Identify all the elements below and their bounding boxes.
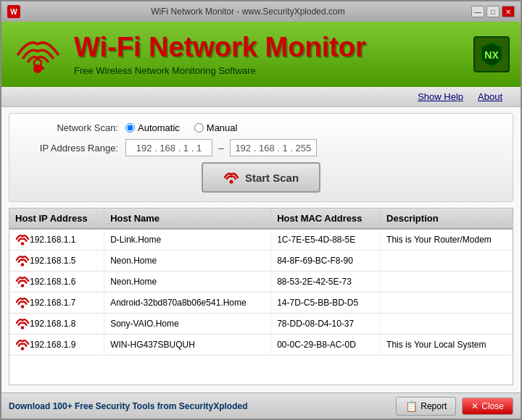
- table-row[interactable]: 192.168.1.7 Android-32bd870a8b06e541.Hom…: [9, 293, 513, 314]
- cell-ip: 192.168.1.9: [9, 335, 104, 356]
- manual-radio-option[interactable]: Manual: [194, 122, 238, 133]
- manual-radio[interactable]: [194, 123, 204, 133]
- cell-name: Neon.Home: [104, 251, 271, 272]
- cell-mac: 14-7D-C5-BB-BD-D5: [271, 293, 381, 314]
- cell-name: Sony-VAIO.Home: [104, 314, 271, 335]
- automatic-label: Automatic: [138, 122, 180, 133]
- cell-ip: 192.168.1.1: [9, 229, 104, 251]
- col-description: Description: [381, 209, 513, 229]
- automatic-radio-option[interactable]: Automatic: [125, 122, 180, 133]
- cell-mac: 88-53-2E-42-5E-73: [271, 272, 381, 293]
- maximize-button[interactable]: □: [486, 6, 500, 17]
- results-table-container: Host IP Address Host Name Host MAC Addre…: [9, 208, 513, 385]
- close-icon: ✕: [471, 401, 478, 411]
- cell-ip: 192.168.1.7: [9, 293, 104, 314]
- svg-point-6: [21, 263, 25, 266]
- report-label: Report: [420, 401, 447, 411]
- cell-name: Neon.Home: [104, 272, 271, 293]
- statusbar: Download 100+ Free Security Tools from S…: [1, 392, 521, 419]
- row-wifi-icon: [15, 253, 30, 268]
- cell-ip: 192.168.1.6: [9, 272, 104, 293]
- row-wifi-icon: [15, 295, 30, 310]
- close-button[interactable]: ✕: [502, 6, 515, 17]
- minimize-button[interactable]: —: [471, 6, 484, 17]
- cell-mac: 00-0C-29-B8-AC-0D: [271, 335, 381, 356]
- table-row[interactable]: 192.168.1.6 Neon.Home 88-53-2E-42-5E-73: [9, 272, 513, 293]
- svg-point-9: [21, 326, 25, 329]
- shield-icon: NX: [478, 41, 505, 67]
- svg-point-8: [21, 305, 25, 308]
- automatic-radio[interactable]: [125, 123, 135, 133]
- app-icon: W: [7, 5, 20, 18]
- cell-description: [381, 272, 513, 293]
- row-wifi-icon: [15, 337, 30, 352]
- cell-ip: 192.168.1.8: [9, 314, 104, 335]
- start-scan-label: Start Scan: [245, 172, 299, 184]
- close-status-button[interactable]: ✕ Close: [462, 398, 513, 415]
- svg-point-10: [21, 347, 25, 350]
- about-menu[interactable]: About: [471, 89, 510, 104]
- cell-mac: 78-DD-08-D4-10-37: [271, 314, 381, 335]
- ip-end-input[interactable]: [230, 139, 317, 156]
- results-table: Host IP Address Host Name Host MAC Addre…: [9, 209, 513, 356]
- close-label: Close: [481, 401, 504, 411]
- ip-start-input[interactable]: [125, 139, 212, 156]
- table-row[interactable]: 192.168.1.5 Neon.Home 84-8F-69-BC-F8-90: [9, 251, 513, 272]
- scan-wifi-icon: [223, 169, 239, 185]
- col-mac: Host MAC Address: [271, 209, 381, 229]
- main-content: Network Scan: Automatic Manual IP Addres…: [1, 107, 521, 392]
- window-controls: — □ ✕: [471, 6, 515, 17]
- window-title: WiFi Network Monitor - www.SecurityXplod…: [25, 7, 471, 17]
- cell-description: [381, 314, 513, 335]
- table-row[interactable]: 192.168.1.1 D-Link.Home 1C-7E-E5-4D-88-5…: [9, 229, 513, 251]
- menubar: Show Help About: [1, 87, 521, 107]
- table-row[interactable]: 192.168.1.9 WIN-HG437SBUQUH 00-0C-29-B8-…: [9, 335, 513, 356]
- table-header: Host IP Address Host Name Host MAC Addre…: [9, 209, 513, 229]
- ip-range-row: IP Address Range: –: [24, 139, 498, 156]
- cell-name: WIN-HG437SBUQUH: [104, 335, 271, 356]
- row-wifi-icon: [15, 274, 30, 289]
- shield-badge: NX: [473, 36, 510, 72]
- cell-name: Android-32bd870a8b06e541.Home: [104, 293, 271, 314]
- cell-name: D-Link.Home: [104, 229, 271, 251]
- cell-description: [381, 251, 513, 272]
- cell-mac: 84-8F-69-BC-F8-90: [271, 251, 381, 272]
- cell-description: [381, 293, 513, 314]
- svg-point-5: [21, 242, 25, 245]
- ip-separator: –: [218, 142, 224, 154]
- wifi-person-icon: [14, 31, 62, 78]
- svg-point-7: [21, 284, 25, 287]
- cell-description: This is Your Router/Modem: [381, 229, 513, 251]
- scan-controls-panel: Network Scan: Automatic Manual IP Addres…: [9, 113, 513, 202]
- ip-range-label: IP Address Range:: [24, 143, 118, 154]
- report-icon: 📋: [405, 400, 418, 412]
- svg-text:NX: NX: [484, 49, 499, 61]
- start-scan-button[interactable]: Start Scan: [202, 162, 320, 193]
- table-header-row: Host IP Address Host Name Host MAC Addre…: [9, 209, 513, 229]
- row-wifi-icon: [15, 316, 30, 331]
- network-scan-row: Network Scan: Automatic Manual: [24, 122, 498, 133]
- col-host-name: Host Name: [104, 209, 271, 229]
- col-host-ip: Host IP Address: [9, 209, 104, 229]
- table-body: 192.168.1.1 D-Link.Home 1C-7E-E5-4D-88-5…: [9, 229, 513, 356]
- cell-mac: 1C-7E-E5-4D-88-5E: [271, 229, 381, 251]
- header-logo: [12, 29, 63, 80]
- report-button[interactable]: 📋 Report: [396, 397, 456, 416]
- scan-button-row: Start Scan: [24, 162, 498, 193]
- app-title: Wi-Fi Network Monitor: [74, 33, 473, 63]
- table-row[interactable]: 192.168.1.8 Sony-VAIO.Home 78-DD-08-D4-1…: [9, 314, 513, 335]
- main-window: W WiFi Network Monitor - www.SecurityXpl…: [0, 0, 522, 420]
- svg-point-4: [229, 180, 233, 184]
- header-banner: Wi-Fi Network Monitor Free Wireless Netw…: [1, 22, 521, 87]
- show-help-menu[interactable]: Show Help: [410, 89, 471, 104]
- status-text: Download 100+ Free Security Tools from S…: [9, 401, 390, 411]
- scan-mode-radio-group: Automatic Manual: [125, 122, 237, 133]
- network-scan-label: Network Scan:: [24, 122, 118, 133]
- manual-label: Manual: [207, 122, 238, 133]
- cell-ip: 192.168.1.5: [9, 251, 104, 272]
- titlebar: W WiFi Network Monitor - www.SecurityXpl…: [1, 1, 521, 22]
- header-text: Wi-Fi Network Monitor Free Wireless Netw…: [74, 33, 473, 76]
- cell-description: This is Your Local System: [381, 335, 513, 356]
- app-subtitle: Free Wireless Network Monitoring Softwar…: [74, 65, 473, 76]
- row-wifi-icon: [15, 232, 30, 247]
